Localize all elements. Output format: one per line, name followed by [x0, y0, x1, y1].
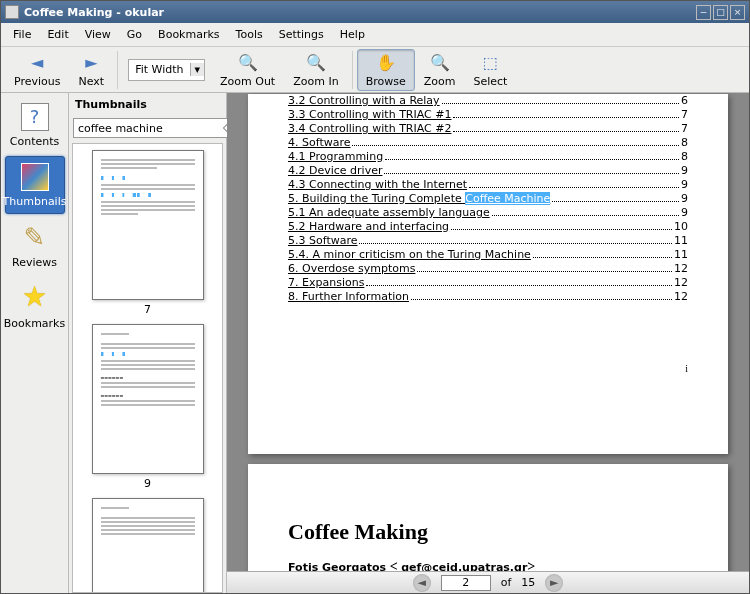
- minimize-button[interactable]: −: [696, 5, 711, 20]
- thumbnails-panel: Thumbnails ⌫ ⚙ ▬▬ ▬▬▬ ▬ 7: [69, 93, 227, 593]
- toc-entry[interactable]: 5.3 Software11: [288, 234, 688, 247]
- zoom-out-button[interactable]: 🔍 Zoom Out: [211, 49, 284, 91]
- author-email-link[interactable]: gef@ceid.upatras.gr: [401, 561, 527, 571]
- thumbnail-preview: [92, 498, 204, 593]
- zoom-level-dropdown[interactable]: Fit Width ▾: [128, 59, 205, 81]
- toc-entry[interactable]: 7. Expansions12: [288, 276, 688, 289]
- toc-entry[interactable]: 3.4 Controlling with TRIAC #27: [288, 122, 688, 135]
- hand-icon: ✋: [375, 52, 397, 74]
- select-tool-button[interactable]: ⬚ Select: [464, 49, 516, 91]
- next-button[interactable]: ► Next: [70, 49, 114, 91]
- page-next-button[interactable]: ►: [545, 574, 563, 592]
- toolbar: ◄ Previous ► Next Fit Width ▾ 🔍 Zoom Out…: [1, 47, 749, 93]
- doc-author: Fotis Georgatos < gef@ceid.upatras.gr>: [288, 559, 688, 571]
- menu-tools[interactable]: Tools: [228, 25, 271, 44]
- arrow-left-icon: ◄: [26, 52, 48, 74]
- arrow-right-icon: ►: [80, 52, 102, 74]
- toc-entry[interactable]: 4.1 Programming8: [288, 150, 688, 163]
- thumbnail-icon: [21, 163, 49, 191]
- window-title: Coffee Making - okular: [24, 6, 694, 19]
- titlebar: Coffee Making - okular − □ ×: [1, 1, 749, 23]
- page-of-label: of: [501, 576, 512, 589]
- toc-entry[interactable]: 5.4. A minor criticism on the Turing Mac…: [288, 248, 688, 261]
- zoom-out-icon: 🔍: [237, 52, 259, 74]
- star-icon: ★: [22, 280, 47, 313]
- thumbnail-item[interactable]: [73, 498, 222, 593]
- toc-entry[interactable]: 4.2 Device driver9: [288, 164, 688, 177]
- toc-entry[interactable]: 6. Overdose symptoms12: [288, 262, 688, 275]
- chevron-down-icon: ▾: [190, 63, 205, 76]
- document-scroll[interactable]: 3.2 Controlling with a Relay63.3 Control…: [227, 93, 749, 571]
- sidebar-tab-bookmarks[interactable]: ★ Bookmarks: [5, 276, 65, 334]
- question-icon: ?: [21, 103, 49, 131]
- previous-button[interactable]: ◄ Previous: [5, 49, 70, 91]
- thumbnail-preview: ▬▬ ▬▬▬ ▬: [92, 150, 204, 300]
- menu-go[interactable]: Go: [119, 25, 150, 44]
- maximize-button[interactable]: □: [713, 5, 728, 20]
- thumbnail-item[interactable]: ▬▬ ▬▬▬ ▬ 7: [73, 150, 222, 316]
- thumbnails-search[interactable]: ⌫: [73, 118, 246, 138]
- zoom-in-button[interactable]: 🔍 Zoom In: [284, 49, 347, 91]
- menu-settings[interactable]: Settings: [271, 25, 332, 44]
- thumbnail-page-number: 9: [144, 477, 151, 490]
- thumbnails-list[interactable]: ▬▬ ▬▬▬ ▬ 7 ▬▬ ▬▬▬▬▬▬ ▬▬▬▬▬▬: [72, 143, 223, 593]
- thumbnail-item[interactable]: ▬▬ ▬▬▬▬▬▬ ▬▬▬▬▬▬ 9: [73, 324, 222, 490]
- toc-entry[interactable]: 4. Software8: [288, 136, 688, 149]
- pencil-icon: ✎: [24, 222, 46, 252]
- toc-entry[interactable]: 4.3 Connecting with the Internet9: [288, 178, 688, 191]
- thumbnails-title: Thumbnails: [69, 93, 226, 116]
- menu-view[interactable]: View: [77, 25, 119, 44]
- magnifier-icon: 🔍: [429, 52, 451, 74]
- thumbnail-preview: ▬▬ ▬▬▬▬▬▬ ▬▬▬▬▬▬: [92, 324, 204, 474]
- toc-entry[interactable]: 3.3 Controlling with TRIAC #17: [288, 108, 688, 121]
- sidebar-tab-contents[interactable]: ? Contents: [5, 96, 65, 154]
- menu-help[interactable]: Help: [332, 25, 373, 44]
- toc-entry[interactable]: 5.1 An adequate assembly language9: [288, 206, 688, 219]
- document-page: Coffee Making Fotis Georgatos < gef@ceid…: [248, 464, 728, 571]
- sidebar-tab-reviews[interactable]: ✎ Reviews: [5, 216, 65, 274]
- page-total: 15: [521, 576, 535, 589]
- sidebar-tabs: ? Contents Thumbnails ✎ Reviews ★ Bookma…: [1, 93, 69, 593]
- zoom-in-icon: 🔍: [305, 52, 327, 74]
- page-navigator: ◄ of 15 ►: [227, 571, 749, 593]
- menubar: File Edit View Go Bookmarks Tools Settin…: [1, 23, 749, 47]
- table-of-contents: 3.2 Controlling with a Relay63.3 Control…: [288, 94, 688, 303]
- document-page: 3.2 Controlling with a Relay63.3 Control…: [248, 94, 728, 454]
- app-icon: [5, 5, 19, 19]
- zoom-tool-button[interactable]: 🔍 Zoom: [415, 49, 465, 91]
- menu-bookmarks[interactable]: Bookmarks: [150, 25, 227, 44]
- thumbnails-search-input[interactable]: [78, 122, 223, 135]
- browse-tool-button[interactable]: ✋ Browse: [357, 49, 415, 91]
- page-current-input[interactable]: [441, 575, 491, 591]
- select-icon: ⬚: [479, 52, 501, 74]
- thumbnail-page-number: 7: [144, 303, 151, 316]
- toc-entry[interactable]: 3.2 Controlling with a Relay6: [288, 94, 688, 107]
- toc-entry[interactable]: 8. Further Information12: [288, 290, 688, 303]
- doc-title: Coffee Making: [288, 519, 688, 545]
- menu-edit[interactable]: Edit: [39, 25, 76, 44]
- close-button[interactable]: ×: [730, 5, 745, 20]
- page-prev-button[interactable]: ◄: [413, 574, 431, 592]
- menu-file[interactable]: File: [5, 25, 39, 44]
- sidebar-tab-thumbnails[interactable]: Thumbnails: [5, 156, 65, 214]
- toc-entry[interactable]: 5.2 Hardware and interfacing10: [288, 220, 688, 233]
- zoom-level-value: Fit Width: [129, 63, 189, 76]
- toc-entry[interactable]: 5. Building the Turing Complete Coffee M…: [288, 192, 688, 205]
- document-viewport: 3.2 Controlling with a Relay63.3 Control…: [227, 93, 749, 593]
